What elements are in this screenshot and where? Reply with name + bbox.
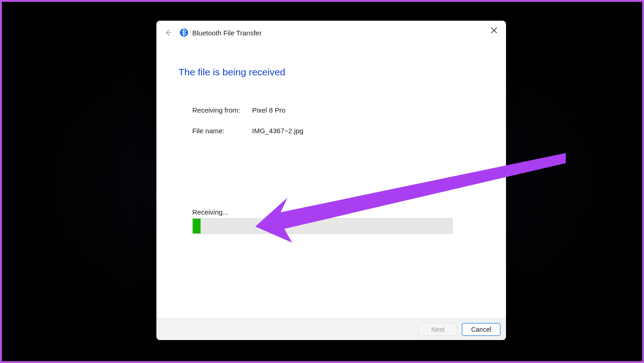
back-button[interactable] — [162, 26, 175, 39]
receiving-from-value: Pixel 8 Pro — [252, 106, 286, 114]
close-button[interactable] — [485, 23, 503, 37]
bluetooth-icon — [179, 28, 189, 37]
bluetooth-transfer-dialog: Bluetooth File Transfer The file is bein… — [156, 21, 506, 340]
file-name-row: File name: IMG_4367~2.jpg — [178, 127, 484, 135]
progress-bar — [192, 218, 453, 234]
dialog-heading: The file is being received — [178, 67, 484, 78]
arrow-left-icon — [165, 29, 172, 36]
next-button: Next — [419, 323, 457, 336]
dialog-titlebar: Bluetooth File Transfer — [156, 21, 506, 45]
dialog-title: Bluetooth File Transfer — [192, 29, 262, 37]
progress-section: Receiving... — [178, 208, 484, 234]
close-icon — [491, 27, 497, 34]
dialog-footer: Next Cancel — [156, 318, 506, 340]
dialog-body: The file is being received Receiving fro… — [156, 45, 506, 318]
cancel-button[interactable]: Cancel — [462, 323, 500, 336]
progress-fill — [193, 219, 201, 233]
receiving-from-label: Receiving from: — [192, 106, 252, 114]
file-name-label: File name: — [192, 127, 252, 135]
receiving-from-row: Receiving from: Pixel 8 Pro — [178, 106, 484, 114]
progress-label: Receiving... — [192, 208, 484, 216]
file-name-value: IMG_4367~2.jpg — [252, 127, 303, 135]
